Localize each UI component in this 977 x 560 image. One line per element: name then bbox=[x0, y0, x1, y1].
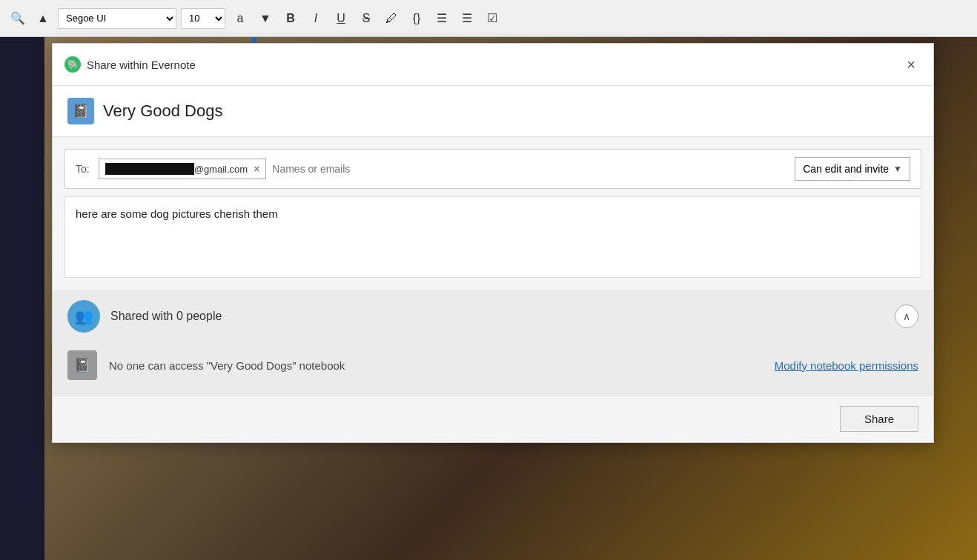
permission-label: Can edit and invite bbox=[803, 163, 889, 175]
dialog-header: 🐘 Share within Evernote × bbox=[53, 44, 933, 86]
strikethrough-icon[interactable]: S bbox=[356, 8, 377, 29]
notebook-book-icon: 📓 bbox=[73, 103, 89, 119]
checklist-icon[interactable]: ☑ bbox=[482, 8, 503, 29]
email-redacted-block bbox=[105, 163, 194, 175]
email-chip[interactable]: @gmail.com × bbox=[99, 159, 267, 179]
numbered-list-icon[interactable]: ☰ bbox=[457, 8, 477, 29]
dialog-title: Share within Evernote bbox=[87, 59, 196, 71]
chevron-up-icon: ∧ bbox=[903, 310, 910, 322]
underline-icon[interactable]: U bbox=[331, 8, 351, 29]
evernote-elephant-icon: 🐘 bbox=[67, 59, 79, 70]
collapse-button[interactable]: ∧ bbox=[895, 304, 918, 328]
dialog-footer: Share bbox=[53, 395, 933, 442]
notebook-section: 📓 Very Good Dogs bbox=[53, 86, 933, 137]
notebook-title: Very Good Dogs bbox=[103, 101, 222, 121]
search-icon[interactable]: 🔍 bbox=[7, 8, 28, 29]
share-button[interactable]: Share bbox=[840, 406, 918, 432]
shared-info: 👥 Shared with 0 people bbox=[67, 300, 222, 333]
dialog-title-group: 🐘 Share within Evernote bbox=[64, 56, 196, 73]
notebook-icon: 📓 bbox=[67, 98, 94, 124]
permission-dropdown[interactable]: Can edit and invite ▼ bbox=[795, 157, 910, 181]
to-field-container: To: @gmail.com × Can edit and invite ▼ bbox=[64, 149, 921, 189]
shared-people-icon: 👥 bbox=[67, 300, 100, 333]
email-chip-text: @gmail.com bbox=[105, 163, 248, 175]
chip-remove-icon[interactable]: × bbox=[254, 164, 259, 174]
share-dialog: 🐘 Share within Evernote × 📓 Very Good Do… bbox=[52, 43, 934, 443]
font-size-select[interactable]: 10 bbox=[181, 8, 225, 29]
bullet-list-icon[interactable]: ☰ bbox=[431, 8, 452, 29]
access-section: 📓 No one can access "Very Good Dogs" not… bbox=[53, 343, 933, 395]
message-section[interactable]: here are some dog pictures cherish them bbox=[64, 196, 921, 278]
dropdown-arrow-icon: ▼ bbox=[893, 164, 902, 174]
nav-up-icon[interactable]: ▲ bbox=[33, 8, 53, 29]
names-email-input[interactable] bbox=[272, 163, 789, 175]
sidebar-bg bbox=[0, 37, 44, 560]
font-color-icon[interactable]: a bbox=[230, 8, 251, 29]
font-color-arrow-icon[interactable]: ▼ bbox=[255, 8, 276, 29]
highlight-icon[interactable]: 🖊 bbox=[381, 8, 402, 29]
message-text: here are some dog pictures cherish them bbox=[76, 207, 278, 220]
access-book-icon: 📓 bbox=[74, 357, 90, 373]
email-domain: @gmail.com bbox=[194, 164, 248, 175]
toolbar: 🔍 ▲ Segoe UI 10 a ▼ B I U S 🖊 {} ☰ ☰ ☑ bbox=[0, 0, 977, 37]
to-label: To: bbox=[76, 163, 90, 175]
access-description: No one can access "Very Good Dogs" noteb… bbox=[109, 359, 763, 372]
modify-permissions-link[interactable]: Modify notebook permissions bbox=[775, 359, 918, 372]
italic-icon[interactable]: I bbox=[305, 8, 326, 29]
bold-icon[interactable]: B bbox=[280, 8, 301, 29]
modal-overlay: 🐘 Share within Evernote × 📓 Very Good Do… bbox=[44, 37, 977, 560]
shared-section: 👥 Shared with 0 people ∧ bbox=[53, 290, 933, 343]
shared-count-text: Shared with 0 people bbox=[110, 310, 222, 323]
code-icon[interactable]: {} bbox=[406, 8, 427, 29]
font-family-select[interactable]: Segoe UI bbox=[58, 8, 176, 29]
access-notebook-icon: 📓 bbox=[67, 350, 97, 380]
close-button[interactable]: × bbox=[901, 54, 921, 75]
evernote-logo: 🐘 bbox=[64, 56, 81, 73]
